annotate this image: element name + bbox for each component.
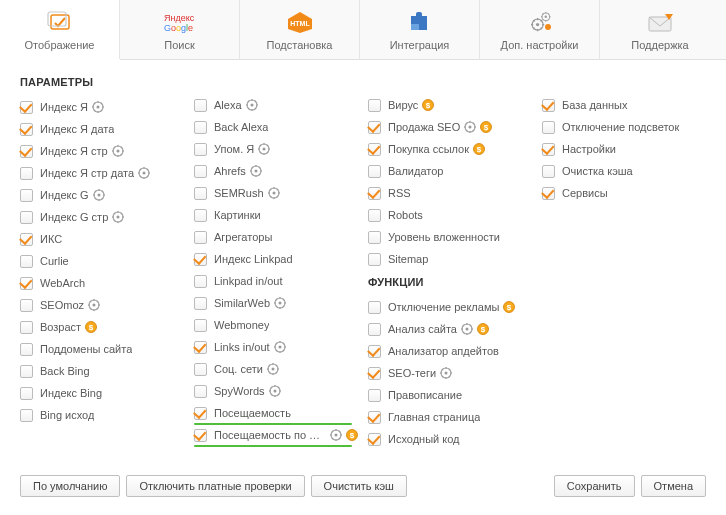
option-row[interactable]: Настройки [542, 138, 706, 160]
checkbox[interactable] [20, 409, 33, 422]
option-row[interactable]: SpyWords [194, 380, 358, 402]
disable-paid-button[interactable]: Отключить платные проверки [126, 475, 304, 497]
option-row[interactable]: Webmoney [194, 314, 358, 336]
option-row[interactable]: Индекс Я [20, 96, 184, 118]
checkbox[interactable] [194, 297, 207, 310]
option-row[interactable]: Индекс Я стр [20, 140, 184, 162]
option-row[interactable]: Очистка кэша [542, 160, 706, 182]
checkbox[interactable] [194, 385, 207, 398]
checkbox[interactable] [20, 233, 33, 246]
option-row[interactable]: Back Alexa [194, 116, 358, 138]
gear-icon[interactable] [274, 297, 286, 309]
option-row[interactable]: Упом. Я [194, 138, 358, 160]
option-row[interactable]: Возраст [20, 316, 184, 338]
checkbox[interactable] [194, 121, 207, 134]
checkbox[interactable] [368, 253, 381, 266]
option-row[interactable]: SimilarWeb [194, 292, 358, 314]
checkbox[interactable] [368, 209, 381, 222]
gear-icon[interactable] [258, 143, 270, 155]
option-row[interactable]: Индекс G стр [20, 206, 184, 228]
gear-icon[interactable] [464, 121, 476, 133]
checkbox[interactable] [368, 187, 381, 200]
checkbox[interactable] [368, 389, 381, 402]
checkbox[interactable] [194, 429, 207, 442]
gear-icon[interactable] [250, 165, 262, 177]
checkbox[interactable] [542, 165, 555, 178]
checkbox[interactable] [194, 275, 207, 288]
gear-icon[interactable] [88, 299, 100, 311]
checkbox[interactable] [20, 255, 33, 268]
checkbox[interactable] [194, 407, 207, 420]
option-row[interactable]: Alexa [194, 94, 358, 116]
save-button[interactable]: Сохранить [554, 475, 635, 497]
checkbox[interactable] [20, 145, 33, 158]
tab-support[interactable]: Поддержка [600, 0, 720, 59]
option-row[interactable]: Индекс Я стр дата [20, 162, 184, 184]
option-row[interactable]: Агрегаторы [194, 226, 358, 248]
gear-icon[interactable] [461, 323, 473, 335]
gear-icon[interactable] [440, 367, 452, 379]
clear-cache-button[interactable]: Очистить кэш [311, 475, 407, 497]
checkbox[interactable] [368, 165, 381, 178]
option-row[interactable]: Back Bing [20, 360, 184, 382]
gear-icon[interactable] [112, 211, 124, 223]
tab-subst[interactable]: HTMLПодстановка [240, 0, 360, 59]
defaults-button[interactable]: По умолчанию [20, 475, 120, 497]
gear-icon[interactable] [330, 429, 342, 441]
option-row[interactable]: Linkpad in/out [194, 270, 358, 292]
option-row[interactable]: ИКС [20, 228, 184, 250]
tab-search[interactable]: ЯндексGoogleПоиск [120, 0, 240, 59]
checkbox[interactable] [194, 165, 207, 178]
option-row[interactable]: Посещаемость по RDS [194, 424, 358, 446]
option-row[interactable]: SEMRush [194, 182, 358, 204]
gear-icon[interactable] [138, 167, 150, 179]
gear-icon[interactable] [268, 187, 280, 199]
option-row[interactable]: Индекс G [20, 184, 184, 206]
checkbox[interactable] [368, 99, 381, 112]
checkbox[interactable] [194, 319, 207, 332]
checkbox[interactable] [20, 321, 33, 334]
option-row[interactable]: Поддомены сайта [20, 338, 184, 360]
checkbox[interactable] [194, 143, 207, 156]
checkbox[interactable] [20, 101, 33, 114]
option-row[interactable]: WebArch [20, 272, 184, 294]
checkbox[interactable] [194, 363, 207, 376]
gear-icon[interactable] [93, 189, 105, 201]
option-row[interactable]: Curlie [20, 250, 184, 272]
checkbox[interactable] [194, 209, 207, 222]
checkbox[interactable] [20, 277, 33, 290]
gear-icon[interactable] [269, 385, 281, 397]
option-row[interactable]: Отключение рекламы [368, 296, 532, 318]
gear-icon[interactable] [246, 99, 258, 111]
checkbox[interactable] [194, 187, 207, 200]
option-row[interactable]: Покупка ссылок [368, 138, 532, 160]
option-row[interactable]: Вирус [368, 94, 532, 116]
checkbox[interactable] [368, 121, 381, 134]
checkbox[interactable] [368, 367, 381, 380]
option-row[interactable]: RSS [368, 182, 532, 204]
gear-icon[interactable] [92, 101, 104, 113]
option-row[interactable]: Индекс Linkpad [194, 248, 358, 270]
checkbox[interactable] [542, 121, 555, 134]
option-row[interactable]: Bing исход [20, 404, 184, 426]
checkbox[interactable] [20, 387, 33, 400]
option-row[interactable]: Посещаемость [194, 402, 358, 424]
gear-icon[interactable] [274, 341, 286, 353]
option-row[interactable]: База данных [542, 94, 706, 116]
checkbox[interactable] [20, 343, 33, 356]
option-row[interactable]: Индекс Bing [20, 382, 184, 404]
option-row[interactable]: Индекс Я дата [20, 118, 184, 140]
checkbox[interactable] [368, 143, 381, 156]
checkbox[interactable] [368, 231, 381, 244]
checkbox[interactable] [368, 345, 381, 358]
checkbox[interactable] [20, 299, 33, 312]
checkbox[interactable] [542, 143, 555, 156]
checkbox[interactable] [20, 123, 33, 136]
option-row[interactable]: SEOmoz [20, 294, 184, 316]
option-row[interactable]: Ahrefs [194, 160, 358, 182]
checkbox[interactable] [194, 341, 207, 354]
tab-display[interactable]: Отображение [0, 0, 120, 59]
tab-integ[interactable]: Интеграция [360, 0, 480, 59]
option-row[interactable]: Правописание [368, 384, 532, 406]
checkbox[interactable] [20, 365, 33, 378]
